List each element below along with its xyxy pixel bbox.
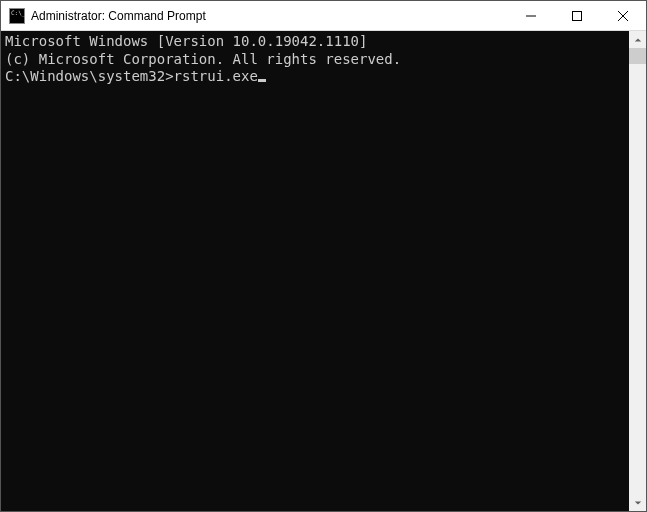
- text-cursor: [258, 79, 266, 82]
- titlebar[interactable]: Administrator: Command Prompt: [1, 1, 646, 31]
- minimize-button[interactable]: [508, 1, 554, 30]
- maximize-icon: [572, 11, 582, 21]
- console-output[interactable]: Microsoft Windows [Version 10.0.19042.11…: [1, 31, 629, 511]
- scroll-up-button[interactable]: [629, 31, 646, 48]
- chevron-up-icon: [634, 36, 642, 44]
- scroll-thumb[interactable]: [629, 48, 646, 64]
- scroll-down-button[interactable]: [629, 494, 646, 511]
- window-controls: [508, 1, 646, 30]
- scroll-track[interactable]: [629, 48, 646, 494]
- command-prompt-window: Administrator: Command Prompt Microsoft …: [0, 0, 647, 512]
- minimize-icon: [526, 11, 536, 21]
- svg-rect-1: [573, 11, 582, 20]
- prompt-text: C:\Windows\system32>: [5, 68, 174, 84]
- console-line: Microsoft Windows [Version 10.0.19042.11…: [5, 33, 625, 51]
- close-icon: [618, 11, 628, 21]
- console-client-area: Microsoft Windows [Version 10.0.19042.11…: [1, 31, 646, 511]
- vertical-scrollbar[interactable]: [629, 31, 646, 511]
- close-button[interactable]: [600, 1, 646, 30]
- cmd-icon: [9, 8, 25, 24]
- typed-command: rstrui.exe: [174, 68, 258, 84]
- window-title: Administrator: Command Prompt: [31, 9, 206, 23]
- maximize-button[interactable]: [554, 1, 600, 30]
- chevron-down-icon: [634, 499, 642, 507]
- console-line: (c) Microsoft Corporation. All rights re…: [5, 51, 625, 69]
